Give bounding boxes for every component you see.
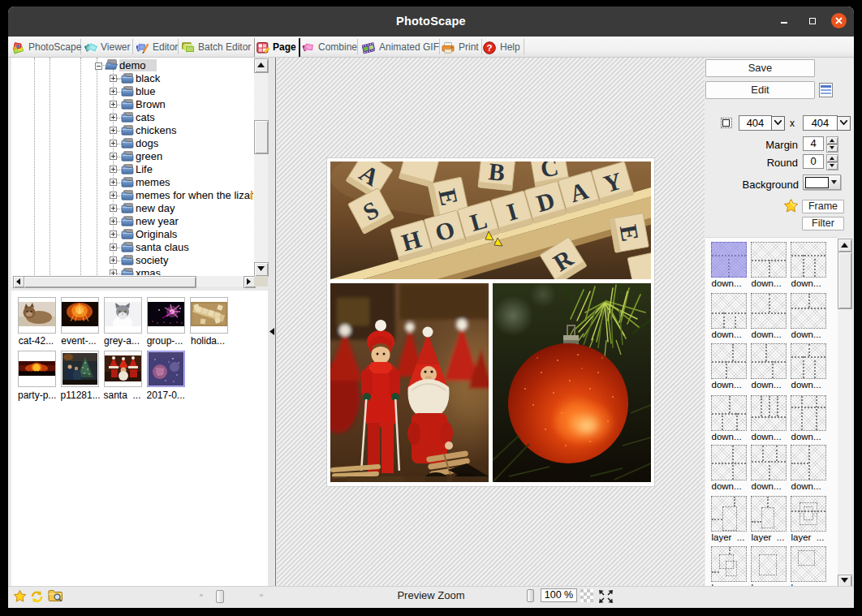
svg-text:B: B [487,162,506,186]
svg-text:C: C [538,162,560,183]
svg-text:?: ? [486,43,492,53]
